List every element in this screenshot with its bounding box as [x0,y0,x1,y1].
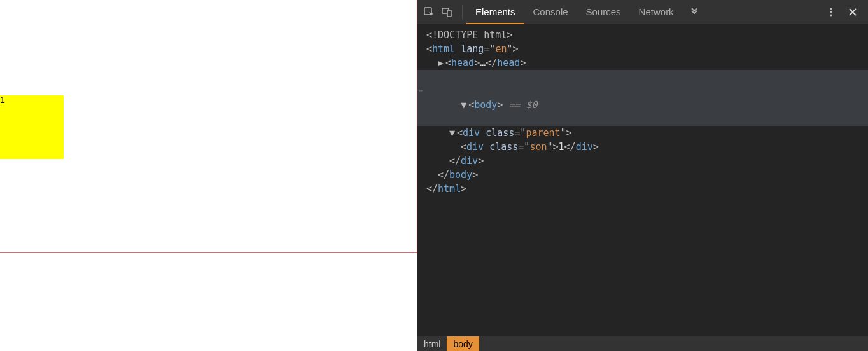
dom-html-close[interactable]: </html> [426,182,868,196]
expand-arrow-icon[interactable]: ▶ [438,56,445,70]
breadcrumb-html-label: html [424,339,440,349]
svg-rect-2 [447,10,451,17]
collapse-arrow-icon[interactable]: ▼ [449,126,457,140]
dom-body-open[interactable]: ⋯ ▼<body> == $0 [417,70,868,126]
svg-point-3 [830,8,832,10]
breadcrumb-html[interactable]: html [417,336,447,351]
devtools-left-icons [417,6,458,18]
dom-div-parent-open[interactable]: ▼<div class="parent"> [426,126,868,140]
dom-tree[interactable]: <!DOCTYPE html> <html lang="en"> ▶<head>… [417,24,868,336]
tabs-overflow-icon[interactable] [683,0,706,24]
dom-breadcrumb: html body [417,336,868,351]
tab-elements-label: Elements [475,6,515,17]
collapse-arrow-icon[interactable]: ▼ [461,98,468,112]
devtools-header: Elements Console Sources Network [417,0,868,24]
devtools-tabs: Elements Console Sources Network [466,0,706,24]
kebab-menu-icon[interactable] [825,6,837,18]
doctype-text: <!DOCTYPE html> [426,29,512,41]
dom-div-parent-close[interactable]: </div> [426,154,868,168]
tab-elements[interactable]: Elements [466,0,524,24]
devtools-right-icons [825,6,868,18]
rendered-body-outline: 1 [0,0,417,253]
tab-sources[interactable]: Sources [577,0,630,24]
inspect-element-icon[interactable] [423,6,435,18]
son-div: 1 [0,95,64,159]
devtools-panel: Elements Console Sources Network [417,0,868,351]
tab-network-label: Network [639,6,674,17]
tab-sources-label: Sources [586,6,621,17]
dom-body-close[interactable]: </body> [426,168,868,182]
rendered-page-pane: 1 [0,0,417,351]
svg-point-5 [830,15,832,17]
gutter-dots-icon: ⋯ [419,84,423,98]
son-text: 1 [0,95,5,105]
svg-point-4 [830,11,832,13]
breadcrumb-body-label: body [453,339,472,349]
breadcrumb-body[interactable]: body [447,336,479,351]
device-toolbar-icon[interactable] [440,6,453,18]
dom-doctype[interactable]: <!DOCTYPE html> [426,28,868,42]
dom-html-open[interactable]: <html lang="en"> [426,42,868,56]
dom-div-son[interactable]: <div class="son">1</div> [426,140,868,154]
dom-head[interactable]: ▶<head>…</head> [426,56,868,70]
tab-console-label: Console [533,6,568,17]
tab-console[interactable]: Console [524,0,577,24]
close-devtools-icon[interactable] [846,6,859,18]
header-separator [462,5,463,19]
tab-network[interactable]: Network [630,0,683,24]
